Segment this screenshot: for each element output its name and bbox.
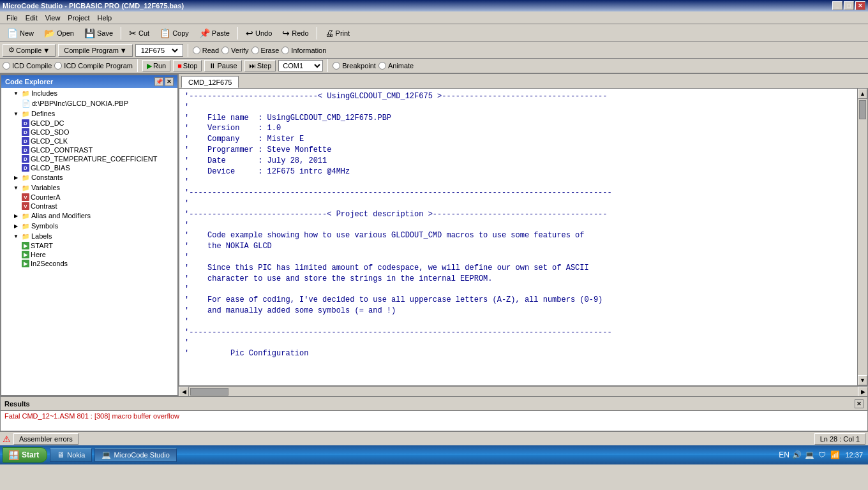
scroll-up-button[interactable]: ▲ — [858, 89, 867, 99]
chip-selector[interactable]: 12F675 16F628A 16F877A — [135, 44, 183, 57]
microcode-label: MicroCode Studio — [114, 451, 169, 459]
vertical-scrollbar[interactable]: ▲ ▼ — [857, 89, 867, 385]
copy-button[interactable]: 📋 Copy — [155, 26, 193, 40]
animate-radio[interactable]: Animate — [378, 62, 414, 70]
h-scroll-thumb[interactable] — [190, 388, 228, 396]
horizontal-scrollbar[interactable]: ◀ ▶ — [179, 386, 868, 396]
cut-button[interactable]: ✂ Cut — [124, 26, 154, 40]
tree-defines[interactable]: ▼ 📁 Defines — [1, 108, 177, 119]
position-panel: Ln 28 : Col 1 — [814, 433, 865, 445]
run-label: Run — [153, 62, 166, 70]
tree-glcd-temp[interactable]: D GLCD_TEMPERATURE_COEFFICIENT — [1, 154, 177, 163]
information-radio[interactable]: Information — [281, 47, 326, 54]
folder-icon: 📁 — [21, 89, 30, 98]
menu-edit[interactable]: Edit — [22, 13, 41, 23]
start-button[interactable]: 🪟 Start — [3, 447, 47, 463]
undo-button[interactable]: ↩ Undo — [241, 26, 276, 40]
restore-button[interactable]: □ — [844, 1, 854, 10]
undo-icon: ↩ — [246, 28, 253, 38]
tree-glcd-file[interactable]: 📄 d:\PBP\Inc\GLCD_NOKIA.PBP — [1, 98, 177, 108]
step-button[interactable]: ⏭ Step — [244, 60, 276, 71]
paste-button[interactable]: 📌 Paste — [195, 26, 234, 40]
title-bar: MicroCode Studio - PICBASIC PRO (CMD_12F… — [0, 0, 868, 11]
paste-icon: 📌 — [199, 28, 210, 38]
taskbar-microcode[interactable]: 💻 MicroCode Studio — [94, 448, 176, 462]
read-radio[interactable]: Read — [193, 47, 219, 54]
tree-symbols[interactable]: ▶ 📁 Symbols — [1, 221, 177, 231]
status-bar: ⚠ Assembler errors Ln 28 : Col 1 — [0, 431, 868, 445]
tree-here[interactable]: ▶ Here — [1, 250, 177, 259]
scroll-left-button[interactable]: ◀ — [179, 387, 189, 397]
redo-button[interactable]: ↪ Redo — [278, 26, 313, 40]
new-button[interactable]: 📄 New — [3, 26, 38, 40]
tree-constants[interactable]: ▶ 📁 Constants — [1, 172, 177, 182]
results-close-button[interactable]: ✕ — [855, 399, 864, 408]
run-button[interactable]: ▶ Run — [142, 60, 170, 71]
open-button[interactable]: 📂 Open — [40, 26, 79, 40]
tree-includes[interactable]: ▼ 📁 Includes — [1, 88, 177, 98]
expand-icon: ▼ — [11, 232, 20, 241]
tree-counter-a[interactable]: V CounterA — [1, 193, 177, 202]
tree-glcd-contrast[interactable]: D GLCD_CONTRAST — [1, 145, 177, 154]
compile-program-button[interactable]: Compile Program ▼ — [58, 44, 132, 57]
print-button[interactable]: 🖨 Print — [320, 26, 355, 40]
clock: 12:37 — [842, 451, 865, 459]
stop-button[interactable]: ■ Stop — [173, 60, 202, 71]
tree-glcd-dc[interactable]: D GLCD_DC — [1, 119, 177, 128]
symbols-label: Symbols — [31, 222, 58, 230]
compile-bar: ⚙ Compile ▼ Compile Program ▼ 12F675 16F… — [0, 42, 868, 59]
minimize-button[interactable]: _ — [832, 1, 842, 10]
scroll-thumb[interactable] — [859, 100, 866, 119]
separator-3 — [317, 27, 317, 40]
results-title: Results — [4, 400, 30, 408]
pause-button[interactable]: ⏸ Pause — [204, 60, 241, 71]
tree-glcd-clk[interactable]: D GLCD_CLK — [1, 137, 177, 145]
breakpoint-radio[interactable]: Breakpoint — [333, 62, 376, 70]
start-label: START — [31, 242, 53, 249]
erase-radio[interactable]: Erase — [251, 47, 280, 54]
icd-compile-label: ICD Compile — [12, 62, 52, 70]
folder-icon: 📁 — [21, 173, 30, 182]
chip-select[interactable]: 12F675 16F628A 16F877A — [138, 46, 180, 55]
compile-program-arrow: ▼ — [120, 47, 127, 54]
compile-button[interactable]: ⚙ Compile ▼ — [3, 44, 56, 57]
menu-help[interactable]: Help — [94, 13, 116, 23]
verify-radio[interactable]: Verify — [221, 47, 249, 54]
scroll-down-button[interactable]: ▼ — [858, 375, 867, 385]
define-icon: D — [22, 146, 29, 154]
tree-variables[interactable]: ▼ 📁 Variables — [1, 182, 177, 193]
save-button[interactable]: 💾 Save — [80, 26, 117, 40]
com-selector[interactable]: COM1 COM2 COM3 — [278, 60, 323, 71]
h-scroll-track — [189, 387, 858, 397]
tree-in2seconds[interactable]: ▶ In2Seconds — [1, 259, 177, 268]
label-icon: ▶ — [22, 242, 29, 249]
menu-file[interactable]: File — [3, 13, 22, 23]
tree-alias[interactable]: ▶ 📁 Alias and Modifiers — [1, 211, 177, 221]
scroll-right-button[interactable]: ▶ — [858, 387, 868, 397]
icd-compile-radio[interactable]: ICD Compile — [3, 62, 52, 70]
taskbar-nokia[interactable]: 🖥 Nokia — [50, 448, 92, 462]
tree-start[interactable]: ▶ START — [1, 241, 177, 250]
file-icon: 📄 — [22, 99, 31, 108]
folder-icon: 📁 — [21, 221, 30, 230]
tree-glcd-bias[interactable]: D GLCD_BIAS — [1, 163, 177, 172]
run-icon: ▶ — [147, 62, 152, 70]
ce-close-button[interactable]: ✕ — [165, 77, 174, 86]
error-text: Fatal CMD_12~1.ASM 801 : [308] macro buf… — [4, 412, 179, 420]
start-icon: 🪟 — [8, 450, 19, 460]
icd-compile-program-radio[interactable]: ICD Compile Program — [54, 62, 133, 70]
tree-labels[interactable]: ▼ 📁 Labels — [1, 231, 177, 241]
close-button[interactable]: ✕ — [855, 1, 865, 10]
pause-icon: ⏸ — [209, 62, 216, 70]
tab-cmd12f675[interactable]: CMD_12F675 — [181, 76, 239, 88]
tree-glcd-sdo[interactable]: D GLCD_SDO — [1, 128, 177, 137]
ce-pin-button[interactable]: 📌 — [154, 77, 163, 86]
tree-contrast[interactable]: V Contrast — [1, 202, 177, 211]
menu-project[interactable]: Project — [64, 13, 93, 23]
menu-view[interactable]: View — [41, 13, 64, 23]
code-editor[interactable]: '----------------------------< UsingGLCD… — [179, 89, 857, 385]
folder-icon: 📁 — [21, 211, 30, 220]
separator-compile — [188, 44, 188, 57]
paste-label: Paste — [212, 29, 230, 37]
define-icon: D — [22, 137, 29, 145]
